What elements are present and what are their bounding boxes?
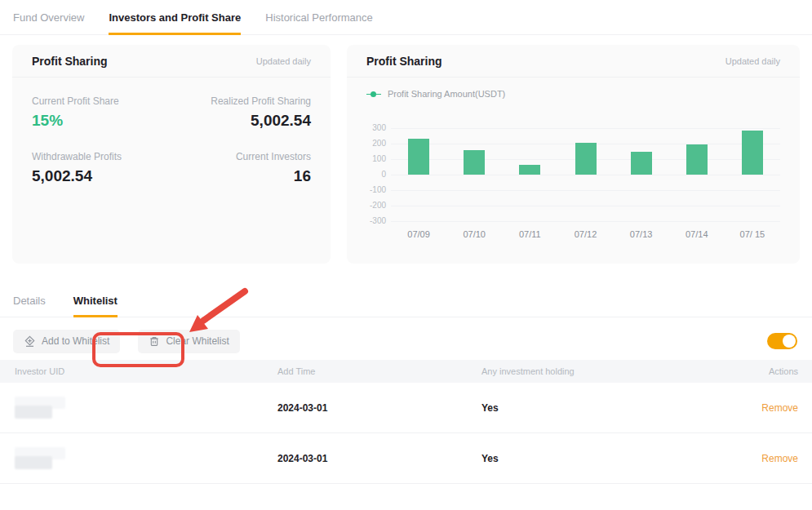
card-title: Profit Sharing [32, 55, 108, 68]
page: { "colors": { "accent_underline": "#F8A7… [0, 0, 812, 510]
chart-y-axis: 3002001000-100-200-300 [366, 128, 391, 221]
chart-x-axis: 07/0907/1007/1107/1207/1307/1407/ 15 [391, 229, 780, 239]
cell-holding: Yes [481, 453, 725, 464]
remove-link[interactable]: Remove [761, 402, 798, 414]
cell-holding: Yes [481, 402, 725, 414]
header-add-time: Add Time [277, 366, 481, 376]
stat-current-investors: Current Investors 16 [171, 151, 311, 185]
tab-whitelist[interactable]: Whitelist [73, 295, 118, 317]
legend-label: Profit Sharing Amount(USDT) [388, 89, 505, 99]
stat-value: 5,002.54 [171, 112, 311, 130]
table-row: 2024-03-01 Yes Remove [0, 383, 812, 433]
chart-x-tick-label: 07/14 [669, 229, 725, 239]
chart-plot [391, 128, 780, 221]
card-title: Profit Sharing [366, 55, 442, 68]
chart-y-tick-label: 200 [372, 139, 386, 148]
table-row: 2024-03-01 Yes Remove [0, 433, 812, 484]
header-investor-uid: Investor UID [15, 366, 277, 376]
whitelist-toolbar: Add to Whitelist Clear Whitelist [13, 329, 799, 353]
stat-label: Current Investors [171, 151, 311, 162]
chart-y-tick-label: 300 [372, 123, 386, 132]
chart-gridline [391, 221, 780, 222]
card-header: Profit Sharing Updated daily [347, 45, 800, 78]
updated-daily-label: Updated daily [256, 56, 311, 66]
redacted-uid [15, 447, 69, 470]
tab-investors-profit-share[interactable]: Investors and Profit Share [109, 11, 241, 34]
header-actions: Actions [725, 366, 798, 376]
chart-y-tick-label: 0 [381, 170, 386, 179]
clear-whitelist-button[interactable]: Clear Whitelist [138, 330, 239, 353]
clear-whitelist-label: Clear Whitelist [166, 335, 229, 347]
chart-legend: Profit Sharing Amount(USDT) [366, 89, 780, 99]
chart-bar [631, 152, 652, 175]
stat-value: 15% [32, 112, 171, 130]
remove-link[interactable]: Remove [761, 453, 798, 464]
tab-fund-overview[interactable]: Fund Overview [13, 11, 84, 34]
table-header-row: Investor UID Add Time Any investment hol… [0, 360, 812, 383]
stat-label: Current Profit Share [32, 95, 171, 107]
chart-bar [519, 165, 540, 175]
toggle-knob [783, 335, 796, 348]
stat-current-profit-share: Current Profit Share 15% [32, 95, 171, 130]
add-to-whitelist-label: Add to Whitelist [42, 335, 109, 347]
chart-gridline [391, 175, 780, 175]
chart-bar [686, 144, 708, 175]
chart-bar [464, 150, 485, 175]
chart-x-tick-label: 07/12 [557, 229, 613, 239]
chart-x-tick-label: 07/ 15 [725, 229, 780, 239]
profit-sharing-stats-card: Profit Sharing Updated daily Current Pro… [12, 45, 331, 264]
whitelist-toggle[interactable] [767, 333, 797, 349]
chart-bar [408, 139, 429, 175]
chart-gridline [391, 128, 780, 129]
legend-series-icon [366, 91, 381, 97]
chart-bar [575, 143, 597, 175]
bar-chart: 3002001000-100-200-300 [366, 128, 780, 221]
chart-x-tick-label: 07/09 [391, 229, 446, 239]
tab-historical-performance[interactable]: Historical Performance [265, 11, 373, 34]
header-any-investment-holding: Any investment holding [481, 366, 725, 376]
cell-investor-uid [15, 447, 277, 470]
redacted-uid [15, 397, 69, 419]
chart-x-tick-label: 07/13 [614, 229, 669, 239]
updated-daily-label: Updated daily [725, 56, 780, 66]
cell-add-time: 2024-03-01 [277, 453, 481, 464]
chart-y-tick-label: 100 [372, 154, 386, 163]
whitelist-table: Investor UID Add Time Any investment hol… [0, 360, 812, 484]
cell-actions: Remove [725, 402, 798, 414]
stat-realized-profit-sharing: Realized Profit Sharing 5,002.54 [171, 95, 311, 130]
chart-gridline [391, 206, 780, 206]
stat-withdrawable-profits: Withdrawable Profits 5,002.54 [32, 151, 171, 185]
cell-actions: Remove [725, 453, 798, 464]
detail-tabs: Details Whitelist [0, 295, 812, 317]
chart-body: Profit Sharing Amount(USDT) 3002001000-1… [347, 78, 800, 239]
main-tabs: Fund Overview Investors and Profit Share… [0, 0, 812, 35]
stat-label: Realized Profit Sharing [171, 95, 311, 107]
profit-sharing-chart-card: Profit Sharing Updated daily Profit Shar… [347, 45, 800, 264]
add-to-whitelist-button[interactable]: Add to Whitelist [13, 330, 120, 353]
stat-value: 16 [171, 167, 311, 185]
cell-investor-uid [15, 397, 277, 419]
chart-y-tick-label: -300 [370, 216, 386, 225]
stats-grid: Current Profit Share 15% Realized Profit… [12, 78, 331, 185]
chart-bar [742, 131, 763, 175]
chart-y-tick-label: -200 [370, 201, 386, 210]
chart-x-tick-label: 07/10 [446, 229, 502, 239]
chart-x-tick-label: 07/11 [502, 229, 557, 239]
tab-details[interactable]: Details [13, 295, 46, 317]
stat-label: Withdrawable Profits [32, 151, 171, 162]
add-to-whitelist-icon [24, 335, 36, 348]
summary-cards: Profit Sharing Updated daily Current Pro… [12, 45, 800, 264]
chart-y-tick-label: -100 [370, 185, 386, 194]
chart-gridline [391, 190, 780, 191]
card-header: Profit Sharing Updated daily [12, 45, 331, 78]
trash-icon [149, 335, 160, 348]
cell-add-time: 2024-03-01 [277, 402, 481, 414]
stat-value: 5,002.54 [32, 167, 171, 185]
